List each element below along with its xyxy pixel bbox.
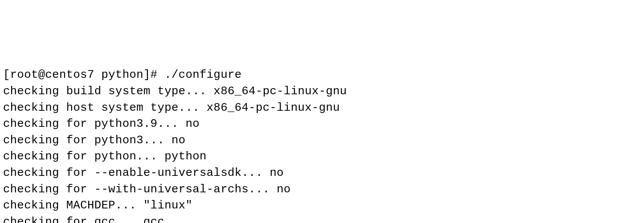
terminal-output[interactable]: [root@centos7 python]# ./configurechecki… xyxy=(3,67,644,223)
output-line: checking build system type... x86_64-pc-… xyxy=(3,83,644,100)
shell-prompt: [root@centos7 python]# xyxy=(3,68,164,81)
shell-command: ./configure xyxy=(164,68,242,81)
output-line: checking for gcc... gcc xyxy=(3,214,644,223)
output-line: checking MACHDEP... "linux" xyxy=(3,197,644,214)
output-line: checking for python... python xyxy=(3,148,644,165)
output-line: checking for --with-universal-archs... n… xyxy=(3,181,644,198)
output-line: checking host system type... x86_64-pc-l… xyxy=(3,100,644,116)
output-line: checking for --enable-universalsdk... no xyxy=(3,165,644,181)
output-line: checking for python3.9... no xyxy=(3,116,644,132)
prompt-line: [root@centos7 python]# ./configure xyxy=(3,67,644,83)
output-line: checking for python3... no xyxy=(3,132,644,149)
